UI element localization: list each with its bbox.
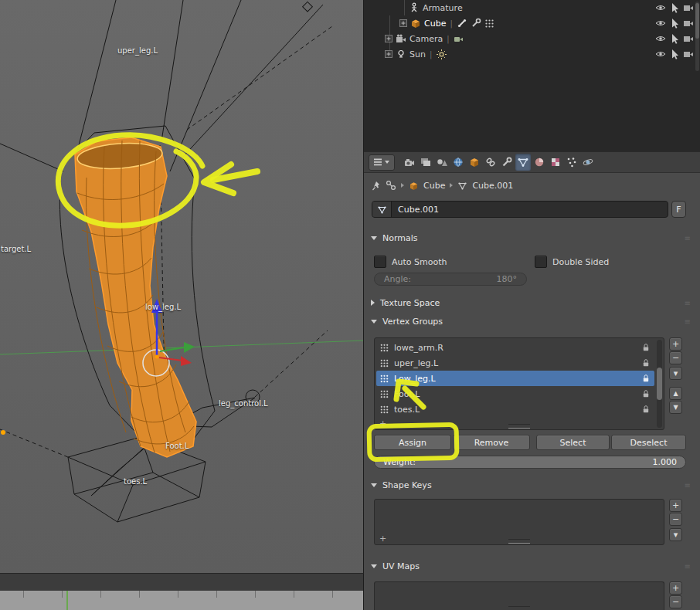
eye-icon[interactable] <box>655 4 666 12</box>
tab-render[interactable] <box>402 154 417 171</box>
cursor-icon[interactable] <box>671 3 679 13</box>
weight-slider[interactable]: Weight: 1.000 <box>374 456 686 469</box>
vgroup-specials-button[interactable]: ▾ <box>669 367 682 380</box>
uv-maps-list[interactable] <box>374 581 664 610</box>
outliner-scrollbar[interactable] <box>695 2 699 71</box>
outliner-item-camera[interactable]: Camera | <box>364 31 700 46</box>
shapekey-add-button[interactable]: + <box>669 499 682 512</box>
panel-header-shape-keys[interactable]: Shape Keys ≡ <box>364 478 700 492</box>
lock-icon[interactable] <box>642 343 650 352</box>
cursor-icon[interactable] <box>671 19 679 29</box>
expand-icon[interactable] <box>399 19 407 27</box>
vgroup-remove-button[interactable]: − <box>669 351 682 364</box>
tab-modifiers[interactable] <box>499 154 515 171</box>
tab-texture[interactable] <box>548 154 563 171</box>
timeline-header[interactable] <box>0 573 364 591</box>
pin-icon[interactable] <box>372 181 381 191</box>
vertex-group-item[interactable]: uper_leg.L <box>376 355 654 371</box>
shapekey-specials-button[interactable]: ▾ <box>669 528 682 541</box>
vertex-group-item[interactable]: Foot.L <box>376 386 654 402</box>
vertex-group-item[interactable]: lowe_arm.R <box>376 340 654 355</box>
render-toggle-icon[interactable] <box>684 51 694 58</box>
tab-object-data[interactable] <box>515 154 531 171</box>
uvmap-remove-button[interactable]: − <box>669 595 682 608</box>
tab-scene[interactable] <box>434 154 450 171</box>
tab-physics[interactable] <box>580 154 596 171</box>
datablock-name-field[interactable]: Cube.001 <box>372 201 668 218</box>
cursor-icon[interactable] <box>671 49 679 59</box>
timeline[interactable] <box>0 591 364 610</box>
shapekey-remove-button[interactable]: − <box>669 513 682 526</box>
nodes-icon[interactable] <box>386 180 396 191</box>
panel-header-vertex-groups[interactable]: Vertex Groups ≡ <box>364 314 700 328</box>
assign-button[interactable]: Assign <box>374 435 451 450</box>
lock-icon[interactable] <box>642 374 650 383</box>
double-sided-checkbox-row[interactable]: Double Sided <box>535 256 609 268</box>
list-resize-grip[interactable] <box>508 424 530 429</box>
auto-smooth-checkbox[interactable] <box>374 256 386 268</box>
panel-grip-icon[interactable]: ≡ <box>685 317 692 326</box>
cursor-icon[interactable] <box>671 34 679 44</box>
render-toggle-icon[interactable] <box>684 5 694 12</box>
deselect-button[interactable]: Deselect <box>611 435 686 450</box>
remove-button[interactable]: Remove <box>453 435 530 450</box>
lock-icon[interactable] <box>642 389 650 398</box>
breadcrumb-object[interactable]: Cube <box>423 181 445 191</box>
fake-user-button[interactable]: F <box>671 201 686 218</box>
armature-modifier-icon[interactable] <box>457 18 467 29</box>
double-sided-checkbox[interactable] <box>535 256 547 268</box>
lock-icon[interactable] <box>642 358 650 368</box>
list-scrollbar[interactable] <box>657 340 662 428</box>
vertex-groups-list[interactable]: lowe_arm.R uper_leg.L Low_leg.L Foot.L t <box>374 337 664 430</box>
uvmap-add-button[interactable]: + <box>669 581 682 595</box>
outliner-item-armature[interactable]: Armature <box>364 0 700 15</box>
vgroup-move-up-button[interactable]: ▲ <box>669 387 682 400</box>
eye-icon[interactable] <box>655 19 666 27</box>
wrench-icon[interactable] <box>471 18 481 29</box>
tab-world[interactable] <box>450 154 466 171</box>
angle-slider[interactable]: Angle: 180° <box>374 273 527 286</box>
tab-object[interactable] <box>467 154 482 171</box>
render-toggle-icon[interactable] <box>684 36 694 42</box>
lock-icon[interactable] <box>642 405 650 414</box>
shape-keys-list[interactable]: + <box>374 499 664 545</box>
separator: | <box>447 35 449 43</box>
vertex-group-data-icon[interactable] <box>484 19 494 29</box>
panel-grip-icon[interactable]: ≡ <box>685 562 692 571</box>
breadcrumb-data[interactable]: Cube.001 <box>472 181 513 191</box>
tab-constraints[interactable] <box>483 154 498 171</box>
outliner-item-sun[interactable]: Sun | <box>364 46 700 62</box>
list-resize-grip[interactable] <box>508 606 530 610</box>
editor-type-button[interactable] <box>369 154 395 171</box>
panel-grip-icon[interactable]: ≡ <box>685 481 692 490</box>
vertex-group-item[interactable]: toes.L <box>376 402 654 417</box>
panel-header-normals[interactable]: Normals ≡ <box>364 231 700 245</box>
3d-viewport[interactable]: uper_leg.L target.L low_leg.L leg_contro… <box>0 0 364 573</box>
camera-data-icon[interactable] <box>454 35 464 43</box>
add-icon[interactable]: + <box>379 534 386 543</box>
eye-icon[interactable] <box>655 50 666 58</box>
vertex-group-item-selected[interactable]: Low_leg.L <box>376 371 654 386</box>
expand-icon[interactable] <box>385 50 392 58</box>
vgroup-move-down-button[interactable]: ▼ <box>669 401 682 414</box>
list-resize-grip[interactable] <box>508 539 530 544</box>
properties-tabbar[interactable] <box>364 152 700 173</box>
select-button[interactable]: Select <box>536 435 610 450</box>
add-icon[interactable]: + <box>379 419 386 428</box>
tab-render-layers[interactable] <box>418 154 433 171</box>
tab-particles[interactable] <box>564 154 579 171</box>
auto-smooth-checkbox-row[interactable]: Auto Smooth <box>374 256 447 268</box>
render-toggle-icon[interactable] <box>684 20 694 27</box>
expand-icon[interactable] <box>385 35 392 42</box>
outliner-panel[interactable]: Armature Cube | <box>364 0 700 151</box>
panel-header-texture-space[interactable]: Texture Space ≡ <box>364 296 700 310</box>
vgroup-add-button[interactable]: + <box>669 337 682 351</box>
outliner-item-cube[interactable]: Cube | <box>364 15 700 31</box>
panel-grip-icon[interactable]: ≡ <box>685 234 692 242</box>
panel-header-uv-maps[interactable]: UV Maps ≡ <box>364 559 700 573</box>
sun-data-icon[interactable] <box>436 49 447 60</box>
eye-icon[interactable] <box>655 35 666 42</box>
current-frame-marker[interactable] <box>66 591 68 610</box>
panel-grip-icon[interactable]: ≡ <box>685 299 692 307</box>
tab-material[interactable] <box>532 154 547 171</box>
